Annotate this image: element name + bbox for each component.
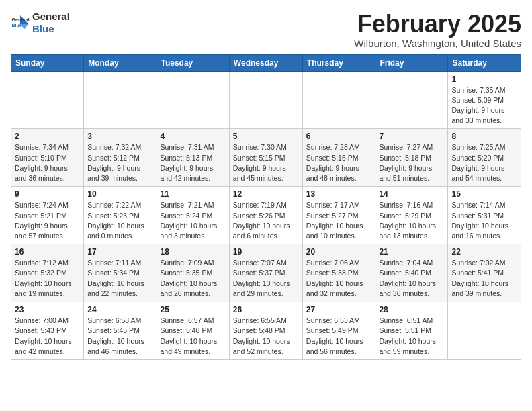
weekday-header-friday: Friday: [375, 54, 448, 71]
day-info: Sunrise: 7:35 AMSunset: 5:09 PMDaylight:…: [451, 85, 517, 126]
calendar-day: 5Sunrise: 7:30 AMSunset: 5:15 PMDaylight…: [229, 129, 302, 187]
day-number: 15: [451, 189, 517, 199]
day-number: 11: [161, 189, 226, 199]
day-number: 6: [306, 132, 372, 141]
day-info: Sunrise: 7:21 AMSunset: 5:24 PMDaylight:…: [161, 200, 226, 241]
day-info: Sunrise: 7:22 AMSunset: 5:23 PMDaylight:…: [87, 200, 152, 241]
calendar-week-3: 16Sunrise: 7:12 AMSunset: 5:32 PMDayligh…: [11, 244, 521, 302]
day-info: Sunrise: 7:06 AMSunset: 5:38 PMDaylight:…: [306, 258, 372, 299]
calendar-week-1: 2Sunrise: 7:34 AMSunset: 5:10 PMDaylight…: [11, 129, 521, 187]
logo-text: General Blue: [32, 11, 70, 35]
calendar-day: 25Sunrise: 6:57 AMSunset: 5:46 PMDayligh…: [157, 302, 229, 360]
calendar-day: [84, 71, 157, 129]
day-number: 13: [306, 189, 372, 199]
day-info: Sunrise: 6:58 AMSunset: 5:45 PMDaylight:…: [87, 316, 152, 357]
month-title: February 2025: [354, 11, 521, 38]
day-number: 3: [87, 132, 152, 141]
calendar-day: 24Sunrise: 6:58 AMSunset: 5:45 PMDayligh…: [84, 302, 157, 360]
day-number: 27: [306, 305, 372, 314]
calendar-day: 16Sunrise: 7:12 AMSunset: 5:32 PMDayligh…: [11, 244, 84, 302]
day-number: 24: [87, 305, 152, 314]
day-info: Sunrise: 7:32 AMSunset: 5:12 PMDaylight:…: [87, 142, 152, 183]
calendar-week-2: 9Sunrise: 7:24 AMSunset: 5:21 PMDaylight…: [11, 187, 521, 244]
calendar-day: 6Sunrise: 7:28 AMSunset: 5:16 PMDaylight…: [302, 129, 375, 187]
day-number: 1: [451, 75, 517, 84]
day-info: Sunrise: 7:17 AMSunset: 5:27 PMDaylight:…: [306, 200, 372, 241]
calendar-day: 23Sunrise: 7:00 AMSunset: 5:43 PMDayligh…: [11, 302, 84, 360]
day-info: Sunrise: 7:31 AMSunset: 5:13 PMDaylight:…: [161, 142, 226, 183]
calendar-day: 28Sunrise: 6:51 AMSunset: 5:51 PMDayligh…: [375, 302, 448, 360]
calendar-day: 8Sunrise: 7:25 AMSunset: 5:20 PMDaylight…: [448, 129, 521, 187]
day-info: Sunrise: 7:19 AMSunset: 5:26 PMDaylight:…: [233, 200, 299, 241]
calendar-day: [448, 302, 521, 360]
calendar-day: 7Sunrise: 7:27 AMSunset: 5:18 PMDaylight…: [375, 129, 448, 187]
calendar-day: 2Sunrise: 7:34 AMSunset: 5:10 PMDaylight…: [11, 129, 84, 187]
logo-icon: General Blue: [11, 13, 30, 32]
day-number: 23: [15, 305, 80, 314]
day-number: 26: [233, 305, 299, 314]
calendar-day: [302, 71, 375, 129]
svg-text:General: General: [12, 17, 30, 22]
day-number: 12: [233, 189, 299, 199]
day-info: Sunrise: 7:02 AMSunset: 5:41 PMDaylight:…: [451, 258, 517, 299]
calendar-day: 4Sunrise: 7:31 AMSunset: 5:13 PMDaylight…: [157, 129, 229, 187]
day-number: 8: [451, 132, 517, 141]
calendar-day: 17Sunrise: 7:11 AMSunset: 5:34 PMDayligh…: [84, 244, 157, 302]
day-info: Sunrise: 7:11 AMSunset: 5:34 PMDaylight:…: [87, 258, 152, 299]
day-number: 19: [233, 247, 299, 257]
day-info: Sunrise: 7:04 AMSunset: 5:40 PMDaylight:…: [379, 258, 444, 299]
weekday-header-saturday: Saturday: [448, 54, 521, 71]
day-info: Sunrise: 7:27 AMSunset: 5:18 PMDaylight:…: [379, 142, 444, 183]
calendar-day: 14Sunrise: 7:16 AMSunset: 5:29 PMDayligh…: [375, 187, 448, 244]
calendar-header-row: SundayMondayTuesdayWednesdayThursdayFrid…: [11, 54, 521, 71]
logo-general: General: [32, 11, 70, 23]
day-info: Sunrise: 6:57 AMSunset: 5:46 PMDaylight:…: [161, 316, 226, 357]
calendar-table: SundayMondayTuesdayWednesdayThursdayFrid…: [11, 54, 521, 360]
calendar-day: [157, 71, 229, 129]
calendar-day: 15Sunrise: 7:14 AMSunset: 5:31 PMDayligh…: [448, 187, 521, 244]
calendar-day: 10Sunrise: 7:22 AMSunset: 5:23 PMDayligh…: [84, 187, 157, 244]
day-number: 22: [451, 247, 517, 257]
day-number: 14: [379, 189, 444, 199]
day-number: 16: [15, 247, 80, 257]
calendar-day: 26Sunrise: 6:55 AMSunset: 5:48 PMDayligh…: [229, 302, 302, 360]
day-info: Sunrise: 7:24 AMSunset: 5:21 PMDaylight:…: [15, 200, 80, 241]
day-info: Sunrise: 6:51 AMSunset: 5:51 PMDaylight:…: [379, 316, 444, 357]
day-number: 18: [161, 247, 226, 257]
calendar-day: 21Sunrise: 7:04 AMSunset: 5:40 PMDayligh…: [375, 244, 448, 302]
day-number: 2: [15, 132, 80, 141]
day-number: 28: [379, 305, 444, 314]
calendar-day: 3Sunrise: 7:32 AMSunset: 5:12 PMDaylight…: [84, 129, 157, 187]
calendar-day: [229, 71, 302, 129]
day-info: Sunrise: 7:09 AMSunset: 5:35 PMDaylight:…: [161, 258, 226, 299]
calendar-week-4: 23Sunrise: 7:00 AMSunset: 5:43 PMDayligh…: [11, 302, 521, 360]
weekday-header-monday: Monday: [84, 54, 157, 71]
calendar-day: 20Sunrise: 7:06 AMSunset: 5:38 PMDayligh…: [302, 244, 375, 302]
calendar-body: 1Sunrise: 7:35 AMSunset: 5:09 PMDaylight…: [11, 71, 521, 359]
day-number: 20: [306, 247, 372, 257]
day-info: Sunrise: 7:28 AMSunset: 5:16 PMDaylight:…: [306, 142, 372, 183]
day-info: Sunrise: 7:07 AMSunset: 5:37 PMDaylight:…: [233, 258, 299, 299]
day-info: Sunrise: 7:34 AMSunset: 5:10 PMDaylight:…: [15, 142, 80, 183]
day-info: Sunrise: 7:00 AMSunset: 5:43 PMDaylight:…: [15, 316, 80, 357]
day-number: 10: [87, 189, 152, 199]
day-info: Sunrise: 7:12 AMSunset: 5:32 PMDaylight:…: [15, 258, 80, 299]
day-number: 21: [379, 247, 444, 257]
calendar-day: 12Sunrise: 7:19 AMSunset: 5:26 PMDayligh…: [229, 187, 302, 244]
calendar-day: 27Sunrise: 6:53 AMSunset: 5:49 PMDayligh…: [302, 302, 375, 360]
page-header: General Blue General Blue February 2025 …: [11, 11, 521, 49]
day-number: 25: [161, 305, 226, 314]
calendar-day: 13Sunrise: 7:17 AMSunset: 5:27 PMDayligh…: [302, 187, 375, 244]
day-number: 17: [87, 247, 152, 257]
location: Wilburton, Washington, United States: [354, 38, 521, 49]
day-info: Sunrise: 6:55 AMSunset: 5:48 PMDaylight:…: [233, 316, 299, 357]
weekday-header-sunday: Sunday: [11, 54, 84, 71]
logo: General Blue General Blue: [11, 11, 70, 35]
calendar-day: 9Sunrise: 7:24 AMSunset: 5:21 PMDaylight…: [11, 187, 84, 244]
weekday-header-wednesday: Wednesday: [229, 54, 302, 71]
day-info: Sunrise: 7:30 AMSunset: 5:15 PMDaylight:…: [233, 142, 299, 183]
svg-text:Blue: Blue: [12, 23, 22, 28]
calendar-day: 18Sunrise: 7:09 AMSunset: 5:35 PMDayligh…: [157, 244, 229, 302]
calendar-day: 19Sunrise: 7:07 AMSunset: 5:37 PMDayligh…: [229, 244, 302, 302]
calendar-day: 22Sunrise: 7:02 AMSunset: 5:41 PMDayligh…: [448, 244, 521, 302]
